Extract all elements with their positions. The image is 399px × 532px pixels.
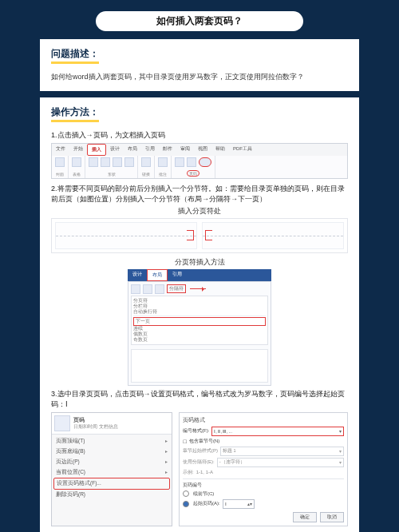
doc-preview (131, 349, 268, 383)
opt-nextpage[interactable]: 下一页 (133, 317, 266, 326)
header-icon[interactable] (175, 157, 184, 167)
tab-view[interactable]: 视图 (194, 144, 211, 156)
caption-break: 插入分页符处 (51, 207, 348, 216)
break-position-figure (51, 218, 348, 253)
tab-references[interactable]: 引用 (141, 144, 159, 156)
step-3: 3.选中目录页页码，点击页码→设置页码格式，编号格式改为罗马数字，页码编号选择起… (51, 389, 348, 410)
bracket-right-icon (205, 230, 212, 240)
opt-pagebreak[interactable]: 分页符 (133, 298, 266, 304)
smartart-icon[interactable] (113, 157, 122, 167)
tab-insert[interactable]: 插入 (87, 144, 106, 156)
radio-continue[interactable] (183, 490, 189, 497)
tab-review[interactable]: 审阅 (176, 144, 194, 156)
num-format-select[interactable]: Ⅰ, Ⅱ, Ⅲ, ...▾ (211, 427, 344, 436)
word-ribbon: 文件 开始 插入 设计 布局 引用 邮件 审阅 视图 帮助 PDF工具 封面 表… (51, 143, 348, 179)
opt-column[interactable]: 分栏符 (133, 304, 266, 309)
chevron-down-icon: ▾ (339, 428, 342, 434)
mi-remove[interactable]: 删除页码(R) (53, 490, 170, 500)
problem-heading: 问题描述： (51, 47, 99, 64)
step3-figure: 页码 日期和时间 文档信息 页面顶端(T)▸ 页面底端(B)▸ 页边距(P)▸ … (51, 412, 348, 526)
step-2: 2.将需要不同页码的部分前后分别插入一个分节符。如：需要给目录页单独的页码，则在… (51, 184, 348, 204)
size-icon[interactable] (155, 284, 164, 294)
table-icon[interactable] (72, 157, 81, 167)
caption-section: 分页符插入方法 (51, 258, 348, 268)
tab-home[interactable]: 开始 (69, 144, 87, 156)
ribbon-body: 封面 表格 形状 链接 批注 页码 (52, 156, 347, 178)
margins-icon[interactable] (131, 284, 140, 294)
tab-layout[interactable]: 布局 (124, 144, 141, 156)
mi-margins[interactable]: 页边距(P)▸ (53, 457, 170, 467)
dialog-title: 页码格式 (183, 416, 344, 424)
section-break-figure: 设计 布局 引用 分隔符 分页符 分栏符 自动换行符 下一页 (128, 269, 271, 386)
picture-icon[interactable] (89, 157, 98, 167)
shapes-icon[interactable] (101, 157, 110, 167)
footer-icon[interactable] (187, 157, 196, 167)
method-heading: 操作方法： (51, 105, 99, 122)
include-chapter-check[interactable]: ☐ (183, 439, 187, 444)
tab-help[interactable]: 帮助 (211, 144, 229, 156)
numbering-label: 页码编号 (183, 482, 344, 489)
mi-top[interactable]: 页面顶端(T)▸ (53, 436, 170, 447)
chart-icon[interactable] (124, 157, 134, 167)
breaks-button[interactable]: 分隔符 (167, 284, 186, 293)
opt-oddpage[interactable]: 奇数页 (133, 337, 266, 343)
step-1: 1.点击插入→页码，为文档插入页码 (51, 130, 348, 141)
subtab-ref[interactable]: 引用 (168, 269, 187, 281)
orientation-icon[interactable] (143, 284, 152, 294)
cancel-button[interactable]: 取消 (320, 512, 344, 522)
opt-continuous[interactable]: 连续 (133, 326, 266, 332)
subtab-design[interactable]: 设计 (128, 269, 147, 281)
page-number-big-icon[interactable] (54, 415, 70, 431)
cover-icon[interactable] (55, 157, 65, 167)
tab-pdf[interactable]: PDF工具 (229, 144, 256, 156)
tab-file[interactable]: 文件 (52, 144, 69, 156)
page-number-format-dialog: 页码格式 编号格式(F): Ⅰ, Ⅱ, Ⅲ, ...▾ ☐包含章节号(N) 章节… (179, 412, 348, 526)
ok-button[interactable]: 确定 (293, 512, 317, 522)
opt-evenpage[interactable]: 偶数页 (133, 332, 266, 337)
num-format-label: 编号格式(F): (183, 427, 209, 435)
mi-format[interactable]: 设置页码格式(F)... (53, 478, 170, 490)
problem-panel: 问题描述： 如何给word插入两套页码，其中目录页使用罗马数字，正文页使用阿拉伯… (40, 39, 359, 91)
method-panel: 操作方法： 1.点击插入→页码，为文档插入页码 文件 开始 插入 设计 布局 引… (40, 97, 359, 533)
ribbon-tabs: 文件 开始 插入 设计 布局 引用 邮件 审阅 视图 帮助 PDF工具 (52, 144, 347, 156)
problem-text: 如何给word插入两套页码，其中目录页使用罗马数字，正文页使用阿拉伯数字？ (51, 72, 348, 83)
mi-bottom[interactable]: 页面底端(B)▸ (53, 447, 170, 457)
mi-current[interactable]: 当前位置(C)▸ (53, 467, 170, 478)
subtab-layout[interactable]: 布局 (147, 269, 168, 281)
bracket-left-icon (187, 230, 194, 240)
page-number-icon[interactable] (199, 157, 211, 167)
arrow-icon (190, 288, 206, 290)
page-title: 如何插入两套页码？ (96, 11, 303, 31)
tab-mailings[interactable]: 邮件 (159, 144, 176, 156)
page-number-menu: 页码 日期和时间 文档信息 页面顶端(T)▸ 页面底端(B)▸ 页边距(P)▸ … (51, 412, 172, 526)
radio-startat[interactable] (183, 501, 189, 507)
tab-design[interactable]: 设计 (106, 144, 124, 156)
link-icon[interactable] (141, 157, 151, 167)
opt-textwrap[interactable]: 自动换行符 (133, 309, 266, 315)
comment-icon[interactable] (158, 157, 168, 167)
start-at-input[interactable]: Ⅰ▴▾ (223, 499, 255, 509)
